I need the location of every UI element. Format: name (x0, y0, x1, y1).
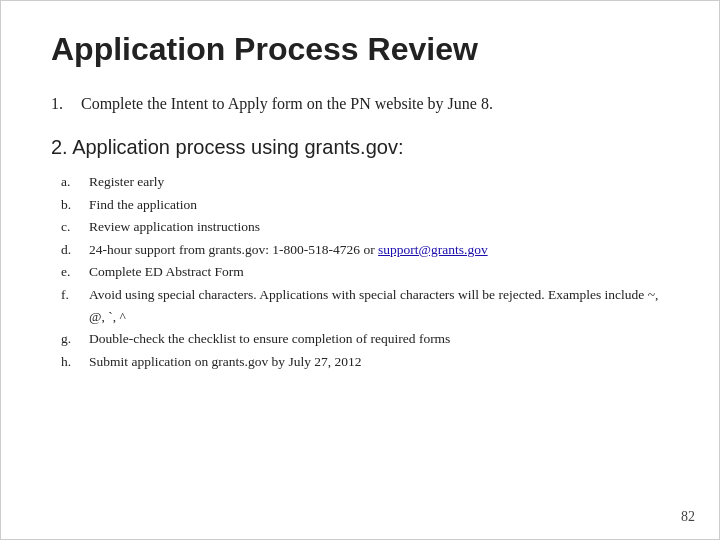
list-item: h. Submit application on grants.gov by J… (61, 351, 669, 373)
item-letter: b. (61, 194, 89, 216)
item-letter: a. (61, 171, 89, 193)
list-item: e. Complete ED Abstract Form (61, 261, 669, 283)
slide-title: Application Process Review (51, 31, 669, 68)
item-letter: c. (61, 216, 89, 238)
list-item: a. Register early (61, 171, 669, 193)
item-1-number: 1. (51, 92, 81, 116)
item-content: 24-hour support from grants.gov: 1-800-5… (89, 239, 669, 261)
support-link[interactable]: support@grants.gov (378, 242, 488, 257)
page-number: 82 (681, 509, 695, 525)
slide: Application Process Review 1. Complete t… (0, 0, 720, 540)
item-content: Complete ED Abstract Form (89, 261, 669, 283)
item-1-text: Complete the Intent to Apply form on the… (81, 92, 493, 116)
sub-list: a. Register early b. Find the applicatio… (51, 171, 669, 372)
item-1: 1. Complete the Intent to Apply form on … (51, 92, 669, 116)
list-item: c. Review application instructions (61, 216, 669, 238)
item-letter: g. (61, 328, 89, 350)
section-1: 1. Complete the Intent to Apply form on … (51, 92, 669, 116)
list-item: b. Find the application (61, 194, 669, 216)
item-letter: e. (61, 261, 89, 283)
item-content: Double-check the checklist to ensure com… (89, 328, 669, 350)
item-content: Avoid using special characters. Applicat… (89, 284, 669, 327)
item-content: Review application instructions (89, 216, 669, 238)
item-content: Register early (89, 171, 669, 193)
item-content: Find the application (89, 194, 669, 216)
list-item: f. Avoid using special characters. Appli… (61, 284, 669, 327)
list-item: g. Double-check the checklist to ensure … (61, 328, 669, 350)
list-item: d. 24-hour support from grants.gov: 1-80… (61, 239, 669, 261)
item-letter: d. (61, 239, 89, 261)
item-letter: h. (61, 351, 89, 373)
item-content: Submit application on grants.gov by July… (89, 351, 669, 373)
section-2-heading: 2. Application process using grants.gov: (51, 136, 669, 159)
item-letter: f. (61, 284, 89, 327)
